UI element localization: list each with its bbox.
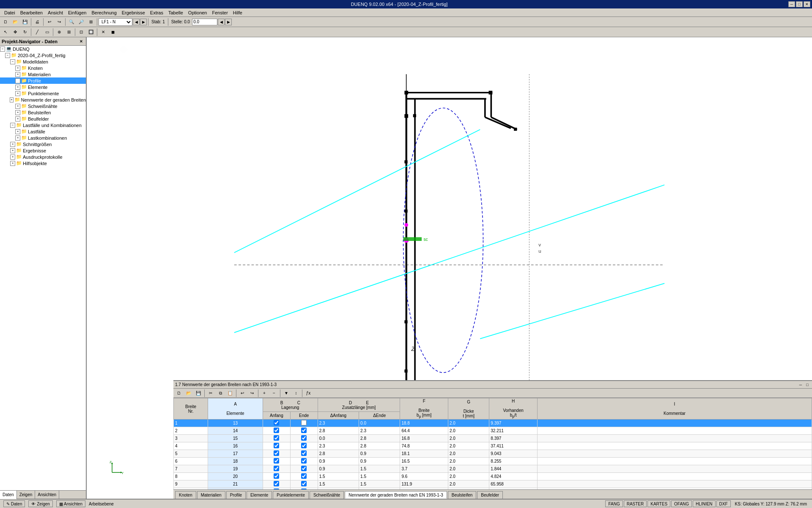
tool1-button[interactable]: ✕ [99, 28, 108, 36]
grid-button[interactable]: ⊞ [64, 28, 74, 36]
menu-item-ergebnisse[interactable]: Ergebnisse [119, 9, 148, 16]
bt-paste[interactable]: 📋 [225, 389, 235, 398]
tree-item-lastkombi[interactable]: +📁Lastkombinationen [0, 135, 86, 141]
tree-item-modelldaten[interactable]: −📁Modelldaten [0, 58, 86, 65]
titlebar-controls[interactable]: ─ □ ✕ [788, 1, 810, 7]
expand-icon-materialien[interactable]: + [15, 72, 20, 77]
line-button[interactable]: ╱ [33, 28, 42, 36]
status-indicator-hlinien[interactable]: HLINIEN [693, 500, 715, 507]
tab-punktelemente[interactable]: Punktelemente [273, 491, 309, 499]
bt-copy[interactable]: ⧉ [216, 389, 225, 398]
bt-filter[interactable]: ▼ [282, 389, 291, 398]
bt-add-row[interactable]: + [260, 389, 269, 398]
tree-item-materialien[interactable]: +📁Materialien [0, 71, 86, 77]
rotate-button[interactable]: ↻ [20, 28, 30, 36]
bt-open[interactable]: 📂 [184, 389, 193, 398]
expand-icon-elemente[interactable]: + [15, 85, 20, 90]
tab-schweinhte[interactable]: Schweißnähte [310, 491, 344, 499]
table-row[interactable]: 4162.32.874.82.037.411 [174, 442, 812, 450]
cell-lag-anf[interactable] [263, 458, 290, 465]
tab-materialien[interactable]: Materialien [197, 491, 225, 499]
minimize-button[interactable]: ─ [788, 1, 795, 7]
cell-lag-end[interactable] [290, 458, 318, 465]
expand-icon-profile[interactable]: + [15, 78, 20, 83]
status-indicator-ofang[interactable]: OFANG [671, 500, 692, 507]
tree-item-project[interactable]: −📁2020-04_Z-Profil_fertig [0, 52, 86, 58]
move-button[interactable]: ✥ [11, 28, 20, 36]
tree-item-ergebnisse[interactable]: +📁Ergebnisse [0, 147, 86, 154]
bt-cut[interactable]: ✂ [206, 389, 215, 398]
tree-item-knoten[interactable]: +📁Knoten [0, 65, 86, 71]
save-button[interactable]: 💾 [20, 18, 30, 26]
tab-knoten[interactable]: Knoten [175, 491, 196, 499]
expand-icon-ausdruckprotokolle[interactable]: + [10, 155, 15, 160]
next-stelle-button[interactable]: ▶ [225, 19, 232, 25]
bt-save[interactable]: 💾 [194, 389, 203, 398]
close-button[interactable]: ✕ [804, 1, 810, 7]
cell-lag-end[interactable] [290, 442, 318, 450]
tab-beufelder[interactable]: Beufelder [477, 491, 503, 499]
table-row[interactable]: 9211.51.5131.92.065.958 [174, 480, 812, 488]
tree-item-beulfelder[interactable]: +📁Beulfelder [0, 116, 86, 122]
bottom-panel-maximize[interactable]: □ [804, 382, 810, 388]
bt-formula[interactable]: ƒx [304, 389, 313, 398]
cell-lag-end[interactable] [290, 473, 318, 480]
tab-elemente[interactable]: Elemente [247, 491, 272, 499]
bottom-panel-minimize[interactable]: ─ [798, 382, 804, 388]
view-3d-button[interactable]: 🔲 [86, 28, 96, 36]
expand-icon-lastfaelle2[interactable]: + [15, 129, 20, 134]
tree-item-nennwerte[interactable]: +📁Nennwerte der geraden Breiten [0, 97, 86, 103]
tree-item-profile[interactable]: +📁Profile [0, 77, 86, 84]
tree-item-punktelemente[interactable]: +📁Punktelemente [0, 90, 86, 97]
zoom-all-button[interactable]: ⊞ [86, 18, 96, 26]
menu-item-einfuegen[interactable]: Einfügen [66, 9, 89, 16]
undo-button[interactable]: ↩ [45, 18, 54, 26]
nav-tab-daten[interactable]: Daten [0, 491, 17, 499]
expand-icon-schweissnaehte[interactable]: + [15, 104, 20, 109]
lf-select[interactable]: LF1 - N [99, 18, 132, 26]
cell-lag-end[interactable] [290, 450, 318, 458]
cell-lag-end[interactable] [290, 427, 318, 435]
expand-icon-hilfsobjekte[interactable]: + [10, 161, 15, 166]
tree-item-schweissnaehte[interactable]: +📁Schweißnähte [0, 103, 86, 109]
menu-item-tabelle[interactable]: Tabelle [166, 9, 186, 16]
expand-icon-schnittgroessen[interactable]: + [10, 142, 15, 147]
expand-icon-project[interactable]: − [5, 53, 10, 58]
bt-redo[interactable]: ↪ [247, 389, 257, 398]
bt-undo[interactable]: ↩ [238, 389, 247, 398]
tree-item-ausdruckprotokolle[interactable]: +📁Ausdruckprotokolle [0, 154, 86, 160]
menu-item-fenster[interactable]: Fenster [210, 9, 230, 16]
table-row[interactable]: 2142.82.364.42.032.211 [174, 427, 812, 435]
status-indicator-kartes[interactable]: KARTES [647, 500, 670, 507]
cell-lag-anf[interactable] [263, 465, 290, 473]
tree-item-hilfsobjekte[interactable]: +📁Hilfsobjekte [0, 160, 86, 166]
navigator-close-button[interactable]: ✕ [78, 39, 84, 44]
cell-lag-end[interactable] [290, 465, 318, 473]
cell-lag-anf[interactable] [263, 427, 290, 435]
table-row[interactable]: 5172.80.918.12.09.043 [174, 450, 812, 458]
cell-lag-anf[interactable] [263, 420, 290, 427]
snap-button[interactable]: ⊕ [55, 28, 64, 36]
cell-lag-anf[interactable] [263, 442, 290, 450]
tree-item-duenq[interactable]: −💻DUENQ [0, 46, 86, 52]
tab-nennwerte-der-geraden-breiten-nach-en-1993-1-3[interactable]: Nennwerte der geraden Breiten nach EN 19… [345, 491, 447, 499]
menu-item-datei[interactable]: Datei [2, 9, 18, 16]
status-ansichten-btn[interactable]: ▦ Ansichten [56, 500, 85, 507]
expand-icon-ergebnisse[interactable]: + [10, 148, 15, 153]
expand-icon-modelldaten[interactable]: − [10, 59, 15, 64]
menu-item-berechnung[interactable]: Berechnung [89, 9, 119, 16]
status-indicator-dxf[interactable]: DXF [716, 500, 731, 507]
status-indicator-raster[interactable]: RASTER [624, 500, 647, 507]
cell-lag-anf[interactable] [263, 435, 290, 442]
expand-icon-nennwerte[interactable]: + [10, 97, 13, 102]
zoom-out-button[interactable]: 🔎 [77, 18, 86, 26]
new-button[interactable]: 🗋 [1, 18, 10, 26]
menu-item-extras[interactable]: Extras [148, 9, 166, 16]
menu-item-ansicht[interactable]: Ansicht [45, 9, 66, 16]
table-row[interactable]: 6180.90.916.52.08.255 [174, 458, 812, 465]
zoom-in-button[interactable]: 🔍 [67, 18, 76, 26]
stelle-input[interactable] [192, 19, 217, 25]
redo-button[interactable]: ↪ [55, 18, 64, 26]
cell-lag-end[interactable] [290, 420, 318, 427]
cell-lag-end[interactable] [290, 480, 318, 488]
